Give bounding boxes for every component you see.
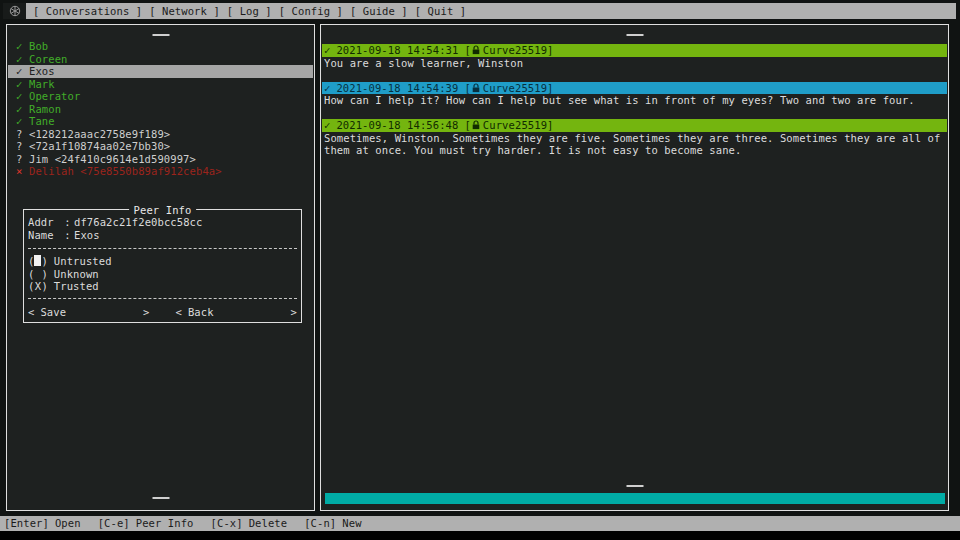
contact-row[interactable]: ?Jim <24f410c9614e1d590997> [8, 153, 313, 166]
shortcut-delete: [C-x]Delete [211, 517, 288, 530]
contact-row[interactable]: ✓Mark [8, 78, 313, 91]
message-timestamp: 2021-09-18 14:56:48 [336, 119, 458, 132]
contact-name: <72a1f10874aa02e7bb30> [29, 140, 170, 153]
contact-row[interactable]: ✓Tane [8, 115, 313, 128]
contact-name: Delilah <75e8550b89af912ceb4a> [29, 165, 222, 178]
untrusted-cross-icon: × [16, 165, 29, 178]
radio-trusted[interactable]: (X)Trusted [28, 280, 297, 293]
trust-check-icon: ✓ [16, 78, 29, 91]
name-label: Name [28, 229, 61, 242]
shortcut-new: [C-n]New [304, 517, 361, 530]
unknown-question-icon: ? [16, 153, 29, 166]
message-text: How can I help it? How can I help but se… [322, 94, 947, 107]
name-value: Exos [74, 229, 100, 242]
message-header: ✓2021-09-18 14:54:39[Curve25519] [322, 82, 947, 95]
shortcut-action: Open [55, 517, 81, 530]
peer-name-row: Name:Exos [28, 229, 297, 242]
contact-name: Operator [29, 90, 80, 103]
message-timestamp: 2021-09-18 14:54:31 [336, 44, 458, 57]
contact-row[interactable]: ✓Bob [8, 40, 313, 53]
trust-check-icon: ✓ [16, 40, 29, 53]
trust-check-icon: ✓ [16, 65, 29, 78]
message-text: You are a slow learner, Winston [322, 57, 947, 70]
shortcut-open: [Enter]Open [4, 517, 81, 530]
message-timestamp: 2021-09-18 14:54:39 [336, 82, 458, 95]
contact-name: Exos [29, 65, 55, 78]
contact-name: Ramon [29, 103, 61, 116]
delivered-check-icon: ✓ [324, 82, 330, 95]
menu-item-guide[interactable]: [ Guide ] [350, 5, 408, 18]
radio-unknown[interactable]: ( )Unknown [28, 268, 297, 281]
addr-label: Addr [28, 216, 61, 229]
status-bar: [Enter]Open [C-e]Peer Info [C-x]Delete [… [0, 516, 960, 531]
message-header: ✓2021-09-18 14:54:31[Curve25519] [322, 44, 947, 57]
shortcut-key: [C-e] [98, 517, 130, 530]
contact-name: Jim <24f410c9614e1d590997> [29, 153, 196, 166]
menu-item-config[interactable]: [ Config ] [279, 5, 343, 18]
peer-info-title: Peer Info [129, 204, 197, 217]
message: ✓2021-09-18 14:54:31[Curve25519] You are… [322, 44, 947, 69]
shortcut-peer-info: [C-e]Peer Info [98, 517, 194, 530]
save-button[interactable]: <Save > [28, 306, 150, 319]
message-text: Sometimes, Winston. Sometimes they are f… [322, 132, 947, 157]
contacts-panel: ✓Bob ✓Coreen ✓Exos ✓Mark ✓Operator ✓Ramo… [6, 24, 315, 511]
trust-check-icon: ✓ [16, 53, 29, 66]
shortcut-key: [C-x] [211, 517, 243, 530]
lock-icon [472, 83, 480, 93]
trust-check-icon: ✓ [16, 115, 29, 128]
message: ✓2021-09-18 14:56:48[Curve25519] Sometim… [322, 119, 947, 157]
shortcut-key: [Enter] [4, 517, 49, 530]
scroll-indicator-top [152, 34, 169, 36]
contact-row[interactable]: ?<128212aaac2758e9f189> [8, 128, 313, 141]
message-list: ✓2021-09-18 14:54:31[Curve25519] You are… [322, 44, 947, 169]
peer-info-dialog: Peer Info Addr:df76a2c21f2e0bcc58cc Name… [23, 209, 302, 323]
separator [28, 248, 297, 249]
contact-row[interactable]: ✓Operator [8, 90, 313, 103]
cipher-label: Curve25519 [483, 44, 547, 57]
radio-x-mark: X [34, 280, 41, 291]
message: ✓2021-09-18 14:54:39[Curve25519] How can… [322, 82, 947, 107]
menu-item-network[interactable]: [ Network ] [149, 5, 220, 18]
contact-list: ✓Bob ✓Coreen ✓Exos ✓Mark ✓Operator ✓Ramo… [8, 40, 313, 178]
trust-radio-group: ( )Untrusted ( )Unknown (X)Trusted [28, 255, 297, 293]
menu-item-quit[interactable]: [ Quit ] [415, 5, 466, 18]
addr-value: df76a2c21f2e0bcc58cc [74, 216, 202, 229]
trust-check-icon: ✓ [16, 103, 29, 116]
shortcut-key: [C-n] [304, 517, 336, 530]
menu-item-conversations[interactable]: [ Conversations ] [33, 5, 142, 18]
lock-icon [472, 120, 480, 130]
message-input[interactable] [325, 493, 945, 504]
scroll-indicator-top [626, 34, 643, 36]
delivered-check-icon: ✓ [324, 119, 330, 132]
contact-row[interactable]: ✓Coreen [8, 53, 313, 66]
lock-icon [472, 45, 480, 55]
shortcut-action: Peer Info [136, 517, 194, 530]
radio-untrusted[interactable]: ( )Untrusted [28, 255, 297, 268]
peer-addr-row: Addr:df76a2c21f2e0bcc58cc [28, 216, 297, 229]
back-button[interactable]: <Back > [176, 306, 298, 319]
shortcut-action: New [342, 517, 361, 530]
scroll-indicator-bottom [626, 485, 643, 487]
wheel-globe-icon [9, 5, 21, 17]
menu-item-log[interactable]: [ Log ] [227, 5, 272, 18]
unknown-question-icon: ? [16, 128, 29, 141]
separator [28, 298, 297, 299]
contact-row[interactable]: ?<72a1f10874aa02e7bb30> [8, 140, 313, 153]
app-logo-cell [3, 3, 26, 19]
menu-items: [ Conversations ] [ Network ] [ Log ] [ … [26, 3, 466, 19]
menu-bar: [ Conversations ] [ Network ] [ Log ] [ … [3, 3, 956, 19]
delivered-check-icon: ✓ [324, 44, 330, 57]
unknown-question-icon: ? [16, 140, 29, 153]
cipher-label: Curve25519 [483, 82, 547, 95]
contact-name: Tane [29, 115, 55, 128]
contact-row-selected[interactable]: ✓Exos [8, 65, 313, 78]
contact-name: Coreen [29, 53, 68, 66]
contact-name: Mark [29, 78, 55, 91]
message-header: ✓2021-09-18 14:56:48[Curve25519] [322, 119, 947, 132]
cursor-block [34, 255, 41, 266]
shortcut-action: Delete [249, 517, 288, 530]
cipher-label: Curve25519 [483, 119, 547, 132]
contact-row[interactable]: ✓Ramon [8, 103, 313, 116]
scroll-indicator-bottom [152, 497, 169, 499]
contact-row[interactable]: ×Delilah <75e8550b89af912ceb4a> [8, 165, 313, 178]
